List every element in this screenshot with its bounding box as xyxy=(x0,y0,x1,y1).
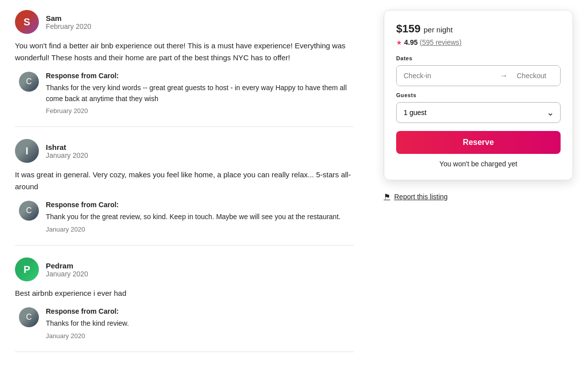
price-amount: $159 xyxy=(396,22,421,35)
host-avatar: C xyxy=(19,307,39,327)
host-response: C Response from Carol: Thanks for the ve… xyxy=(15,72,354,115)
response-text: Thanks for the kind review. xyxy=(46,318,354,329)
response-title: Response from Carol: xyxy=(46,201,354,209)
review-block: S Sam February 2020 You won't find a bet… xyxy=(15,10,354,127)
avatar: I xyxy=(15,139,39,163)
checkin-input[interactable] xyxy=(397,66,498,86)
booking-card: $159 per night ★ 4.95 (595 reviews) Date… xyxy=(384,10,573,180)
rating-value: 4.95 xyxy=(404,38,418,46)
guests-select-wrapper: 1 guest 2 guests 3 guests 4 guests ⌄ xyxy=(396,102,561,123)
dates-input-row: → xyxy=(396,65,561,86)
review-block: I Ishrat January 2020 It was great in ge… xyxy=(15,127,354,246)
report-label: Report this listing xyxy=(394,193,447,201)
review-text: You won't find a better air bnb experien… xyxy=(15,40,354,64)
price-per-night: per night xyxy=(424,25,452,34)
response-text: Thanks for the very kind words -- great … xyxy=(46,83,354,104)
flag-icon: ⚑ xyxy=(384,192,390,201)
star-icon: ★ xyxy=(396,39,402,46)
reviewer-name: Pedram xyxy=(46,261,88,270)
avatar: S xyxy=(15,10,39,34)
reviewer-info: Sam February 2020 xyxy=(46,14,91,30)
response-title: Response from Carol: xyxy=(46,72,354,80)
response-title: Response from Carol: xyxy=(46,307,354,315)
response-content: Response from Carol: Thank you for the g… xyxy=(46,201,354,233)
reviewer-info: Ishrat January 2020 xyxy=(46,143,88,159)
reviewer-date: January 2020 xyxy=(46,270,88,278)
reviewer-date: January 2020 xyxy=(46,151,88,159)
reviewer-name: Ishrat xyxy=(46,143,88,151)
response-date: February 2020 xyxy=(46,107,354,115)
arrow-icon: → xyxy=(498,71,510,80)
checkout-input[interactable] xyxy=(510,66,561,86)
booking-card-wrapper: $159 per night ★ 4.95 (595 reviews) Date… xyxy=(384,10,573,352)
avatar: P xyxy=(15,257,39,281)
review-text: Best airbnb experience i ever had xyxy=(15,287,354,299)
guests-label: Guests xyxy=(396,92,561,98)
response-content: Response from Carol: Thanks for the very… xyxy=(46,72,354,115)
reviewer-info: Pedram January 2020 xyxy=(46,261,88,278)
reviews-count[interactable]: (595 reviews) xyxy=(420,38,461,46)
response-date: January 2020 xyxy=(46,226,354,233)
no-charge-text: You won't be charged yet xyxy=(396,160,561,168)
review-block: P Pedram January 2020 Best airbnb experi… xyxy=(15,246,354,352)
response-date: January 2020 xyxy=(46,332,354,340)
reviewer-header: S Sam February 2020 xyxy=(15,10,354,34)
dates-label: Dates xyxy=(396,55,561,61)
review-text: It was great in general. Very cozy, make… xyxy=(15,169,354,193)
guests-select[interactable]: 1 guest 2 guests 3 guests 4 guests xyxy=(397,103,560,123)
host-avatar: C xyxy=(19,72,39,92)
host-response: C Response from Carol: Thank you for the… xyxy=(15,201,354,233)
report-listing[interactable]: ⚑ Report this listing xyxy=(384,190,573,203)
reviewer-name: Sam xyxy=(46,14,91,22)
reviewer-header: P Pedram January 2020 xyxy=(15,257,354,281)
reviewer-date: February 2020 xyxy=(46,22,91,30)
response-text: Thank you for the great review, so kind.… xyxy=(46,212,354,223)
response-content: Response from Carol: Thanks for the kind… xyxy=(46,307,354,340)
reviewer-header: I Ishrat January 2020 xyxy=(15,139,354,163)
host-avatar: C xyxy=(19,201,39,221)
reviews-section: S Sam February 2020 You won't find a bet… xyxy=(15,10,354,352)
host-response: C Response from Carol: Thanks for the ki… xyxy=(15,307,354,340)
reserve-button[interactable]: Reserve xyxy=(396,131,561,154)
